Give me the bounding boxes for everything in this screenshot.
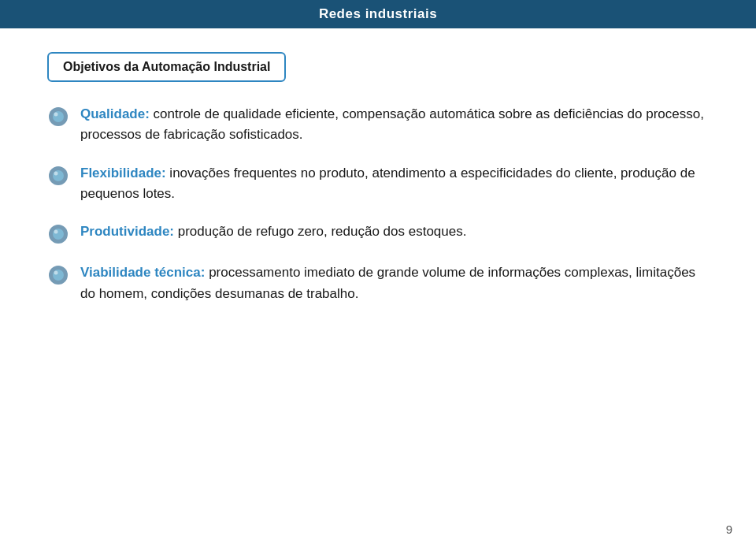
bullet-list: Qualidade: controle de qualidade eficien… — [47, 104, 709, 304]
svg-point-11 — [54, 271, 58, 275]
bullet-body-3: produção de refugo zero, redução dos est… — [174, 224, 466, 239]
bullet-item-viabilidade: Viabilidade técnica: processamento imedi… — [47, 262, 709, 304]
bullet-icon-3 — [47, 223, 69, 245]
bullet-text-3: Produtividade: produção de refugo zero, … — [80, 221, 709, 242]
bullet-keyword-4: Viabilidade técnica: — [80, 265, 205, 280]
bullet-item-produtividade: Produtividade: produção de refugo zero, … — [47, 221, 709, 245]
bullet-icon-4 — [47, 264, 69, 286]
bullet-keyword-3: Produtividade: — [80, 224, 174, 239]
header-title: Redes industriais — [319, 6, 437, 22]
bullet-icon-1 — [47, 106, 69, 128]
page-number: 9 — [726, 523, 732, 536]
bullet-keyword-1: Qualidade: — [80, 106, 150, 121]
bullet-icon-2 — [47, 165, 69, 187]
svg-point-4 — [53, 170, 64, 181]
objectives-box: Objetivos da Automação Industrial — [47, 52, 286, 82]
svg-point-2 — [54, 113, 58, 117]
svg-point-8 — [54, 230, 58, 234]
header-bar: Redes industriais — [0, 0, 756, 28]
bullet-item-qualidade: Qualidade: controle de qualidade eficien… — [47, 104, 709, 146]
objectives-box-label: Objetivos da Automação Industrial — [63, 60, 270, 73]
bullet-text-4: Viabilidade técnica: processamento imedi… — [80, 262, 709, 304]
bullet-keyword-2: Flexibilidade: — [80, 166, 166, 180]
bullet-item-flexibilidade: Flexibilidade: inovações frequentes no p… — [47, 163, 709, 205]
main-content: Objetivos da Automação Industrial Qualid… — [0, 28, 756, 547]
svg-point-10 — [53, 270, 64, 281]
bullet-body-1: controle de qualidade eficiente, compens… — [80, 106, 704, 142]
bullet-text-2: Flexibilidade: inovações frequentes no p… — [80, 163, 709, 205]
svg-point-1 — [53, 111, 64, 122]
bullet-body-2: inovações frequentes no produto, atendim… — [80, 166, 695, 201]
svg-point-7 — [53, 229, 64, 240]
bullet-text-1: Qualidade: controle de qualidade eficien… — [80, 104, 709, 146]
svg-point-5 — [54, 171, 58, 175]
